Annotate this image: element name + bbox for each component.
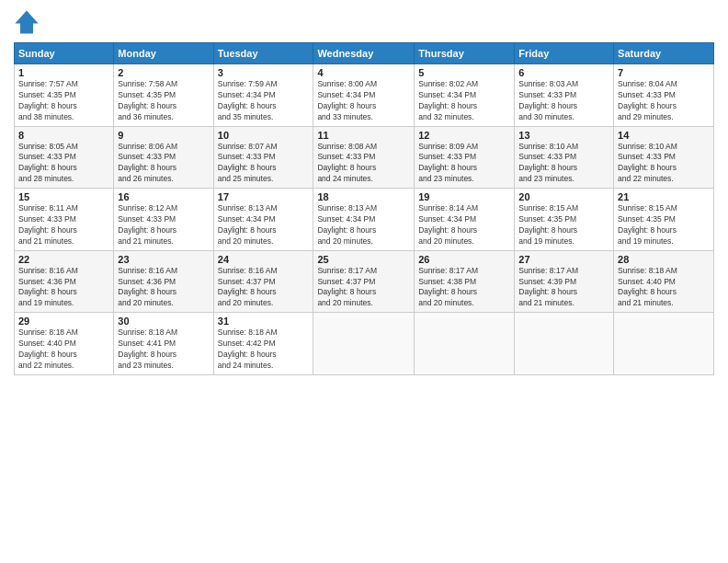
week-row-1: 1 Sunrise: 7:57 AMSunset: 4:35 PMDayligh… bbox=[15, 64, 714, 127]
day-cell bbox=[614, 313, 714, 375]
day-cell: 29 Sunrise: 8:18 AMSunset: 4:40 PMDaylig… bbox=[15, 313, 114, 375]
header bbox=[14, 9, 714, 35]
day-info: Sunrise: 7:58 AMSunset: 4:35 PMDaylight:… bbox=[118, 79, 209, 123]
day-cell: 14 Sunrise: 8:10 AMSunset: 4:33 PMDaylig… bbox=[614, 126, 714, 189]
day-cell bbox=[515, 313, 614, 375]
day-info: Sunrise: 8:06 AMSunset: 4:33 PMDaylight:… bbox=[118, 142, 209, 186]
col-header-sunday: Sunday bbox=[15, 43, 114, 64]
day-number: 3 bbox=[218, 67, 310, 78]
day-number: 29 bbox=[18, 316, 109, 327]
day-info: Sunrise: 8:17 AMSunset: 4:38 PMDaylight:… bbox=[418, 266, 510, 310]
day-number: 28 bbox=[618, 254, 710, 265]
day-cell: 26 Sunrise: 8:17 AMSunset: 4:38 PMDaylig… bbox=[415, 250, 515, 313]
logo-icon bbox=[14, 9, 40, 35]
day-info: Sunrise: 8:18 AMSunset: 4:40 PMDaylight:… bbox=[18, 327, 109, 372]
day-number: 17 bbox=[218, 191, 310, 202]
day-cell: 20 Sunrise: 8:15 AMSunset: 4:35 PMDaylig… bbox=[515, 189, 614, 251]
day-number: 4 bbox=[317, 67, 410, 78]
week-row-5: 29 Sunrise: 8:18 AMSunset: 4:40 PMDaylig… bbox=[15, 313, 714, 375]
day-cell: 11 Sunrise: 8:08 AMSunset: 4:33 PMDaylig… bbox=[313, 126, 415, 189]
col-header-saturday: Saturday bbox=[614, 43, 714, 64]
day-cell: 17 Sunrise: 8:13 AMSunset: 4:34 PMDaylig… bbox=[213, 189, 313, 251]
day-info: Sunrise: 8:08 AMSunset: 4:33 PMDaylight:… bbox=[317, 142, 410, 186]
day-info: Sunrise: 8:05 AMSunset: 4:33 PMDaylight:… bbox=[18, 142, 109, 186]
day-number: 24 bbox=[218, 254, 310, 265]
day-info: Sunrise: 8:17 AMSunset: 4:37 PMDaylight:… bbox=[317, 266, 410, 310]
day-info: Sunrise: 8:17 AMSunset: 4:39 PMDaylight:… bbox=[518, 266, 609, 310]
day-cell: 28 Sunrise: 8:18 AMSunset: 4:40 PMDaylig… bbox=[614, 250, 714, 313]
day-cell: 19 Sunrise: 8:14 AMSunset: 4:34 PMDaylig… bbox=[415, 189, 515, 251]
day-cell: 1 Sunrise: 7:57 AMSunset: 4:35 PMDayligh… bbox=[15, 64, 114, 127]
day-info: Sunrise: 8:16 AMSunset: 4:36 PMDaylight:… bbox=[118, 266, 209, 310]
day-cell: 9 Sunrise: 8:06 AMSunset: 4:33 PMDayligh… bbox=[114, 126, 213, 189]
day-info: Sunrise: 8:16 AMSunset: 4:37 PMDaylight:… bbox=[218, 266, 310, 310]
day-cell: 23 Sunrise: 8:16 AMSunset: 4:36 PMDaylig… bbox=[114, 250, 213, 313]
day-number: 9 bbox=[118, 130, 209, 141]
day-number: 6 bbox=[518, 67, 609, 78]
day-info: Sunrise: 7:57 AMSunset: 4:35 PMDaylight:… bbox=[18, 79, 109, 123]
day-info: Sunrise: 8:15 AMSunset: 4:35 PMDaylight:… bbox=[518, 203, 609, 247]
day-number: 14 bbox=[618, 130, 710, 141]
day-number: 15 bbox=[18, 191, 109, 202]
day-cell: 2 Sunrise: 7:58 AMSunset: 4:35 PMDayligh… bbox=[114, 64, 213, 127]
day-number: 20 bbox=[518, 191, 609, 202]
col-header-friday: Friday bbox=[515, 43, 614, 64]
day-cell bbox=[313, 313, 415, 375]
page: SundayMondayTuesdayWednesdayThursdayFrid… bbox=[0, 0, 728, 563]
calendar-body: 1 Sunrise: 7:57 AMSunset: 4:35 PMDayligh… bbox=[15, 64, 714, 375]
day-number: 30 bbox=[118, 316, 209, 327]
day-number: 26 bbox=[418, 254, 510, 265]
header-row: SundayMondayTuesdayWednesdayThursdayFrid… bbox=[15, 43, 714, 64]
col-header-tuesday: Tuesday bbox=[213, 43, 313, 64]
day-cell: 7 Sunrise: 8:04 AMSunset: 4:33 PMDayligh… bbox=[614, 64, 714, 127]
day-cell bbox=[415, 313, 515, 375]
day-cell: 30 Sunrise: 8:18 AMSunset: 4:41 PMDaylig… bbox=[114, 313, 213, 375]
day-info: Sunrise: 8:07 AMSunset: 4:33 PMDaylight:… bbox=[218, 142, 310, 186]
day-number: 25 bbox=[317, 254, 410, 265]
day-info: Sunrise: 8:00 AMSunset: 4:34 PMDaylight:… bbox=[317, 79, 410, 123]
week-row-2: 8 Sunrise: 8:05 AMSunset: 4:33 PMDayligh… bbox=[15, 126, 714, 189]
svg-marker-0 bbox=[15, 10, 38, 33]
day-number: 18 bbox=[317, 191, 410, 202]
day-cell: 10 Sunrise: 8:07 AMSunset: 4:33 PMDaylig… bbox=[213, 126, 313, 189]
logo bbox=[14, 9, 43, 35]
calendar-header: SundayMondayTuesdayWednesdayThursdayFrid… bbox=[15, 43, 714, 64]
day-info: Sunrise: 8:12 AMSunset: 4:33 PMDaylight:… bbox=[118, 203, 209, 247]
day-info: Sunrise: 8:13 AMSunset: 4:34 PMDaylight:… bbox=[317, 203, 410, 247]
day-number: 21 bbox=[618, 191, 710, 202]
day-number: 19 bbox=[418, 191, 510, 202]
day-cell: 4 Sunrise: 8:00 AMSunset: 4:34 PMDayligh… bbox=[313, 64, 415, 127]
day-info: Sunrise: 8:14 AMSunset: 4:34 PMDaylight:… bbox=[418, 203, 510, 247]
day-info: Sunrise: 8:15 AMSunset: 4:35 PMDaylight:… bbox=[618, 203, 710, 247]
day-info: Sunrise: 8:18 AMSunset: 4:41 PMDaylight:… bbox=[118, 327, 209, 372]
day-number: 11 bbox=[317, 130, 410, 141]
day-number: 13 bbox=[518, 130, 609, 141]
day-cell: 16 Sunrise: 8:12 AMSunset: 4:33 PMDaylig… bbox=[114, 189, 213, 251]
day-info: Sunrise: 8:18 AMSunset: 4:42 PMDaylight:… bbox=[218, 327, 310, 372]
col-header-monday: Monday bbox=[114, 43, 213, 64]
day-number: 12 bbox=[418, 130, 510, 141]
day-info: Sunrise: 8:13 AMSunset: 4:34 PMDaylight:… bbox=[218, 203, 310, 247]
day-number: 1 bbox=[18, 67, 109, 78]
week-row-4: 22 Sunrise: 8:16 AMSunset: 4:36 PMDaylig… bbox=[15, 250, 714, 313]
day-cell: 24 Sunrise: 8:16 AMSunset: 4:37 PMDaylig… bbox=[213, 250, 313, 313]
day-number: 8 bbox=[18, 130, 109, 141]
day-cell: 21 Sunrise: 8:15 AMSunset: 4:35 PMDaylig… bbox=[614, 189, 714, 251]
day-info: Sunrise: 8:18 AMSunset: 4:40 PMDaylight:… bbox=[618, 266, 710, 310]
day-info: Sunrise: 8:03 AMSunset: 4:33 PMDaylight:… bbox=[518, 79, 609, 123]
day-number: 31 bbox=[218, 316, 310, 327]
day-cell: 13 Sunrise: 8:10 AMSunset: 4:33 PMDaylig… bbox=[515, 126, 614, 189]
day-info: Sunrise: 8:04 AMSunset: 4:33 PMDaylight:… bbox=[618, 79, 710, 123]
calendar-table: SundayMondayTuesdayWednesdayThursdayFrid… bbox=[14, 42, 714, 375]
day-info: Sunrise: 8:11 AMSunset: 4:33 PMDaylight:… bbox=[18, 203, 109, 247]
day-cell: 18 Sunrise: 8:13 AMSunset: 4:34 PMDaylig… bbox=[313, 189, 415, 251]
day-info: Sunrise: 8:09 AMSunset: 4:33 PMDaylight:… bbox=[418, 142, 510, 186]
day-number: 7 bbox=[618, 67, 710, 78]
day-info: Sunrise: 8:10 AMSunset: 4:33 PMDaylight:… bbox=[618, 142, 710, 186]
day-cell: 3 Sunrise: 7:59 AMSunset: 4:34 PMDayligh… bbox=[213, 64, 313, 127]
day-info: Sunrise: 8:16 AMSunset: 4:36 PMDaylight:… bbox=[18, 266, 109, 310]
day-cell: 6 Sunrise: 8:03 AMSunset: 4:33 PMDayligh… bbox=[515, 64, 614, 127]
day-number: 16 bbox=[118, 191, 209, 202]
day-number: 23 bbox=[118, 254, 209, 265]
week-row-3: 15 Sunrise: 8:11 AMSunset: 4:33 PMDaylig… bbox=[15, 189, 714, 251]
